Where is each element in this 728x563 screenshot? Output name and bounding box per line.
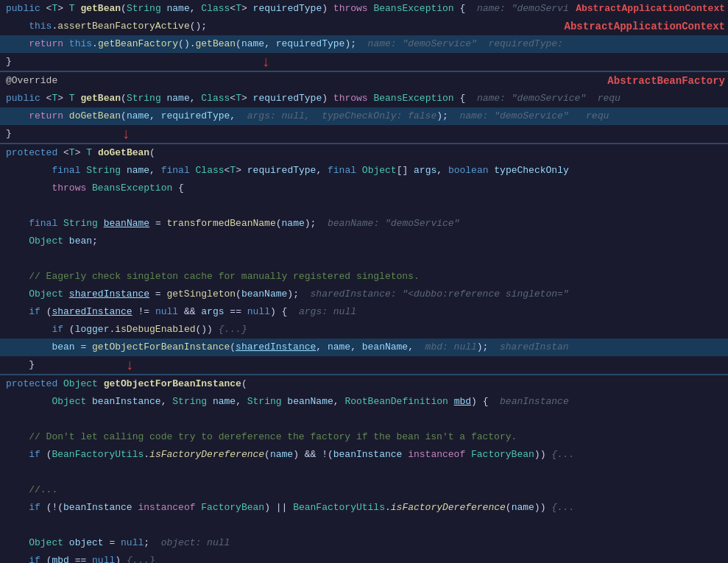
code-text: bean = getObjectForBeanInstance(sharedIn… bbox=[6, 339, 569, 355]
code-line-26: Object object = null; object: null bbox=[0, 534, 728, 552]
abstract-app-ctx-label: AbstractApplicationContext bbox=[576, 1, 725, 17]
code-line-16: if (sharedInstance != null && args == nu… bbox=[0, 303, 728, 321]
abstract-bean-factory-label: AbstractBeanFactory bbox=[607, 73, 725, 89]
code-text: // Eagerly check singleton cache for man… bbox=[6, 269, 420, 285]
code-line-blank5 bbox=[0, 517, 728, 534]
code-text: // Don't let calling code try to derefer… bbox=[6, 429, 517, 445]
code-text: protected Object getObjectForBeanInstanc… bbox=[6, 376, 247, 392]
code-text: protected <T> T doGetBean( bbox=[6, 145, 155, 161]
code-line-19: } ↓ bbox=[0, 356, 728, 374]
code-line-7: return doGetBean(name, requiredType, arg… bbox=[0, 107, 728, 125]
code-line-12: final String beanName = transformedBeanN… bbox=[0, 215, 728, 233]
code-line-2: this.assertBeanFactoryActive(); Abstract… bbox=[0, 18, 728, 35]
arrow-down-2: ↓ bbox=[121, 127, 130, 143]
code-line-blank1 bbox=[0, 197, 728, 215]
code-line-27: if (mbd == null) {...} bbox=[0, 552, 728, 563]
code-text: } bbox=[6, 54, 12, 70]
code-text: if (!(beanInstance instanceof FactoryBea… bbox=[6, 500, 574, 516]
code-line-22: // Don't let calling code try to derefer… bbox=[0, 428, 728, 446]
code-line-3: return this.getBeanFactory().getBean(nam… bbox=[0, 35, 728, 53]
code-text: throws BeansException { bbox=[6, 180, 184, 196]
code-line-15: Object sharedInstance = getSingleton(bea… bbox=[0, 286, 728, 303]
code-text: Object beanInstance, String name, String… bbox=[6, 394, 569, 410]
code-line-17: if (logger.isDebugEnabled()) {...} bbox=[0, 321, 728, 339]
code-line-blank3 bbox=[0, 411, 728, 428]
code-text: Object bean; bbox=[6, 233, 98, 249]
abstract-app-ctx-right: AbstractApplicationContext bbox=[565, 18, 725, 35]
code-text: public <T> T getBean(String name, Class<… bbox=[6, 91, 621, 107]
code-text: } bbox=[6, 357, 35, 373]
code-text: //... bbox=[6, 482, 57, 498]
code-line-24: //... bbox=[0, 481, 728, 499]
arrow-down-1: ↓ bbox=[261, 54, 270, 71]
code-text: final String name, final Class<T> requir… bbox=[6, 163, 569, 179]
code-line-blank4 bbox=[0, 464, 728, 481]
code-text: if (sharedInstance != null && args == nu… bbox=[6, 304, 356, 320]
code-text: return this.getBeanFactory().getBean(nam… bbox=[6, 36, 563, 52]
code-line-9: protected <T> T doGetBean( bbox=[0, 144, 728, 162]
code-line-21: Object beanInstance, String name, String… bbox=[0, 393, 728, 411]
code-line-13: Object bean; bbox=[0, 233, 728, 250]
code-line-25: if (!(beanInstance instanceof FactoryBea… bbox=[0, 499, 728, 517]
code-line-10: final String name, final Class<T> requir… bbox=[0, 162, 728, 180]
code-line-23: if (BeanFactoryUtils.isFactoryDereferenc… bbox=[0, 446, 728, 464]
code-text: if (mbd == null) {...} bbox=[6, 553, 155, 563]
code-text: @Override bbox=[6, 73, 57, 89]
code-text: if (logger.isDebugEnabled()) {...} bbox=[6, 322, 247, 338]
code-line-14: // Eagerly check singleton cache for man… bbox=[0, 268, 728, 286]
code-text: return doGetBean(name, requiredType, arg… bbox=[6, 108, 609, 124]
code-line-6: public <T> T getBean(String name, Class<… bbox=[0, 90, 728, 107]
code-text: Object sharedInstance = getSingleton(bea… bbox=[6, 286, 569, 302]
code-line-5: @Override AbstractBeanFactory bbox=[0, 72, 728, 90]
code-line-20: protected Object getObjectForBeanInstanc… bbox=[0, 375, 728, 393]
code-text: public <T> T getBean(String name, Class<… bbox=[6, 1, 569, 17]
code-editor: public <T> T getBean(String name, Class<… bbox=[0, 0, 728, 563]
code-text: final String beanName = transformedBeanN… bbox=[6, 216, 459, 232]
code-text: Object object = null; object: null bbox=[6, 535, 230, 551]
code-line-4: } ↓ bbox=[0, 53, 728, 71]
code-line-11: throws BeansException { bbox=[0, 180, 728, 197]
code-line-18: bean = getObjectForBeanInstance(sharedIn… bbox=[0, 339, 728, 356]
arrow-down-3: ↓ bbox=[125, 358, 134, 374]
code-text: } bbox=[6, 126, 12, 142]
code-line-8: } ↓ bbox=[0, 125, 728, 143]
code-line-blank2 bbox=[0, 250, 728, 268]
code-text: this.assertBeanFactoryActive(); bbox=[6, 18, 207, 35]
code-text: if (BeanFactoryUtils.isFactoryDereferenc… bbox=[6, 447, 574, 463]
code-line-1: public <T> T getBean(String name, Class<… bbox=[0, 0, 728, 18]
